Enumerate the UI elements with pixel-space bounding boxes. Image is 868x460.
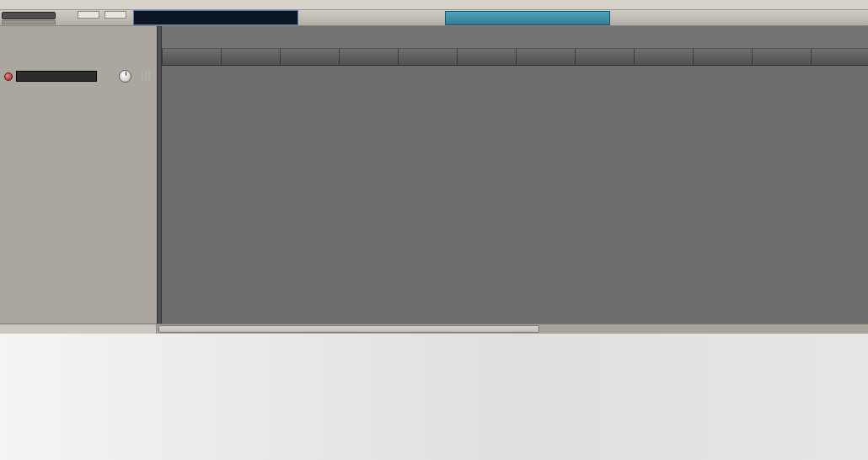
horizontal-scrollbar[interactable] <box>157 324 868 334</box>
envelope-name[interactable] <box>16 71 97 82</box>
scrollbar-thumb[interactable] <box>158 325 539 333</box>
sliders-icon <box>142 72 150 81</box>
arrange-view <box>162 26 868 324</box>
status-bar <box>0 324 868 334</box>
pan-knob[interactable] <box>119 70 131 83</box>
menu-bar <box>0 0 868 10</box>
track-panel-list <box>0 66 157 324</box>
fx-chain-dock <box>0 334 868 460</box>
global-automation-indicator <box>2 20 56 24</box>
arrange-area <box>162 66 868 324</box>
global-automation-button[interactable] <box>2 12 56 19</box>
status-text <box>0 324 157 334</box>
envelope-arm-icon[interactable] <box>4 72 13 81</box>
timeline-ruler[interactable] <box>162 49 868 66</box>
main-workspace <box>0 26 868 324</box>
arrange-header-space <box>162 26 868 49</box>
reaper-window <box>0 0 868 460</box>
transport-bar <box>0 10 868 26</box>
loop-panel <box>445 11 610 25</box>
timesig-value[interactable] <box>104 11 126 19</box>
timecode-display[interactable] <box>133 10 298 25</box>
track-control-panel <box>0 26 157 324</box>
bpm-value[interactable] <box>78 11 99 19</box>
